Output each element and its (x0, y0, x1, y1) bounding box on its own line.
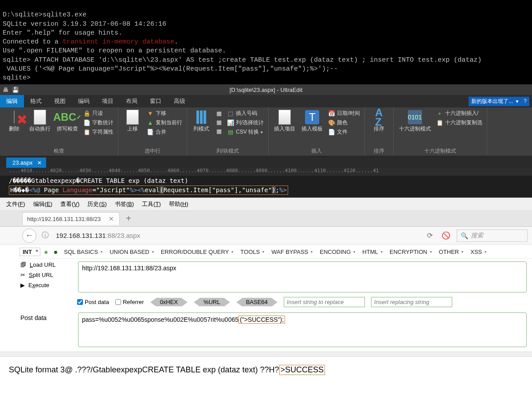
terminal[interactable]: D:\sqlite>sqlite3.exe SQLite version 3.1… (0, 0, 532, 84)
plus-icon: ＋ (436, 110, 443, 117)
menu-bookmarks[interactable]: 书签(B) (115, 200, 134, 208)
grid-icon: ▦ (215, 119, 223, 126)
spellcheck-button[interactable]: ABC✓ 拼写检查 (55, 109, 80, 134)
copy-icon: 📋 (436, 119, 443, 126)
selstat-button[interactable]: 📊列/选择统计 (226, 119, 265, 127)
noscript-icon[interactable]: 🚫 (439, 231, 453, 240)
postdata-input[interactable]: pass=%u0052%u0065sponse%u002E%u0057rit%u… (78, 312, 527, 347)
union-based-menu[interactable]: UNION BASED▾ (107, 249, 156, 255)
group-label: 十六进制模式 (397, 146, 483, 155)
col-btn[interactable]: ▦ (215, 109, 223, 117)
close-icon[interactable]: ✕ (109, 215, 114, 222)
count-icon: 📄 (83, 119, 90, 126)
menu-tab-layout[interactable]: 布局 (120, 95, 144, 107)
instmpl-button[interactable]: T 插入模板 (300, 109, 325, 134)
close-icon[interactable]: ✕ (37, 160, 42, 166)
delete-button[interactable]: ✖ 删除 (4, 109, 25, 134)
colmode-button[interactable]: 列模式 (191, 109, 212, 134)
encoding-menu[interactable]: ENCODING▾ (317, 249, 358, 255)
other-menu[interactable]: OTHER▾ (436, 249, 466, 255)
url-input[interactable]: 192.168.131.131:88/23.aspx (54, 230, 421, 241)
stats-icon: 📊 (227, 119, 234, 126)
charprops-button[interactable]: 📋字符属性 (82, 128, 114, 136)
group-label: 选中行 (122, 146, 183, 155)
csv-icon: ▤ (227, 129, 234, 136)
html-menu[interactable]: HTML▾ (360, 249, 385, 255)
menu-tab-window[interactable]: 窗口 (144, 95, 168, 107)
hackbar-url-input[interactable]: http://192.168.131.131:88/23.aspx (78, 261, 527, 292)
menu-file[interactable]: 文件(F) (6, 200, 25, 208)
movedown-button[interactable]: ▼下移 (146, 109, 183, 118)
encryption-menu[interactable]: ENCRYPTION▾ (387, 249, 434, 255)
sql-basics-menu[interactable]: SQL BASICS▾ (61, 249, 105, 255)
dot-icon: ● (42, 248, 50, 256)
menu-tab-advanced[interactable]: 高级 (168, 95, 192, 107)
replace-to-input[interactable] (371, 297, 452, 307)
readonly-button[interactable]: 🔒只读 (82, 109, 114, 118)
autowrap-button[interactable]: 自动换行 (27, 109, 52, 134)
dot-icon: ● (52, 248, 60, 256)
update-notice-button[interactable]: 新的版本出现了...▼ ? (469, 97, 529, 106)
col-btn[interactable]: ▦ (215, 127, 223, 135)
load-url-button[interactable]: 🗐Load URL (20, 261, 74, 268)
file-button[interactable]: 📄文件 (327, 128, 360, 136)
charcount-button[interactable]: 📄字数统计 (82, 119, 114, 127)
back-button[interactable]: ← (22, 229, 36, 243)
replace-from-input[interactable] (284, 297, 365, 307)
oxhex-button[interactable]: 0xHEX (150, 298, 188, 307)
save-icon[interactable]: 💾 (12, 87, 19, 93)
search-box[interactable]: 🔍 搜索 (457, 229, 528, 242)
hexins-button[interactable]: ＋十六进制插入/ (435, 109, 483, 118)
menu-tab-edit[interactable]: 编辑 (0, 95, 24, 107)
menu-tab-format[interactable]: 格式 (24, 95, 48, 107)
xss-menu[interactable]: XSS▾ (468, 249, 489, 255)
purl-button[interactable]: %URL (194, 298, 230, 307)
site-info-icon[interactable]: ⓘ (40, 231, 51, 240)
merge-button[interactable]: 📑合并 (146, 128, 183, 136)
menu-tab-encode[interactable]: 编码 (72, 95, 96, 107)
browser-tab[interactable]: http://192.168.131.131:88/23 ✕ (22, 212, 120, 225)
menu-help[interactable]: 帮助(H) (169, 200, 188, 208)
moveup-button[interactable]: 上移 (122, 109, 143, 134)
term-line: Use ".open FILENAME" to reopen on a pers… (3, 47, 226, 55)
int-dropdown[interactable]: INT (20, 248, 40, 256)
error-query-menu[interactable]: ERROR/DOUBLE QUERY▾ (158, 249, 236, 255)
menu-edit[interactable]: 编辑(E) (33, 200, 52, 208)
code-line: H��◆�<%@ Page Language="Jscript"%><%eval… (9, 186, 523, 195)
postdata-checkbox[interactable]: Post data (77, 299, 109, 305)
color-button[interactable]: 🎨颜色 (327, 119, 360, 127)
hexmode-button[interactable]: 0101 十六进制模式 (397, 109, 433, 134)
new-tab-button[interactable]: + (122, 213, 135, 224)
splitter[interactable] (0, 352, 532, 357)
split-url-button[interactable]: ✂Split URL (20, 272, 74, 278)
insitem-button[interactable]: 插入项目 (272, 109, 297, 134)
hexcopy-button[interactable]: 📋十六进制复制选 (435, 119, 483, 127)
copyline-button[interactable]: ▲复制当前行 (146, 119, 183, 127)
insnum-button[interactable]: ⬚插入号码 (226, 109, 265, 118)
menu-tab-project[interactable]: 项目 (96, 95, 120, 107)
waf-bypass-menu[interactable]: WAF BYPASS▾ (269, 249, 315, 255)
play-icon: ▶ (20, 282, 25, 288)
col-btn[interactable]: ▦ (215, 118, 223, 126)
term-line: Enter ".help" for usage hints. (3, 29, 122, 37)
csvconv-button[interactable]: ▤CSV 转换 ▾ (226, 128, 265, 136)
term-line: VALUES ('<%@ Page Language="Jscript"%><%… (3, 65, 338, 73)
ultraedit-editor[interactable]: /�����Gtableexpexp�CREATE TABLE exp (dat… (0, 176, 532, 198)
menu-tab-view[interactable]: 视图 (48, 95, 72, 107)
refresh-icon[interactable]: ⟳ (424, 231, 435, 240)
sort-button[interactable]: AZ 排序 (368, 109, 390, 134)
menu-view[interactable]: 查看(V) (60, 200, 79, 208)
print-icon[interactable]: 🖶 (3, 87, 8, 93)
datetime-button[interactable]: 📅日期/时间 (327, 109, 360, 118)
group-label: 插入 (272, 146, 360, 155)
load-icon: 🗐 (20, 261, 26, 268)
tools-menu[interactable]: TOOLS▾ (238, 249, 267, 255)
file-tab-23-aspx[interactable]: 23.aspx ✕ (6, 158, 46, 168)
window-title: [D:\sqlite\23.aspx] - UltraEdit (230, 87, 303, 93)
referrer-checkbox[interactable]: Referrer (115, 299, 144, 305)
menu-history[interactable]: 历史(S) (87, 200, 106, 208)
hackbar-toolbar: INT ● ● SQL BASICS▾ UNION BASED▾ ERROR/D… (20, 246, 532, 259)
menu-tools[interactable]: 工具(T) (142, 200, 161, 208)
execute-button[interactable]: ▶Execute (20, 282, 74, 288)
base64-button[interactable]: BASE64 (236, 298, 278, 307)
